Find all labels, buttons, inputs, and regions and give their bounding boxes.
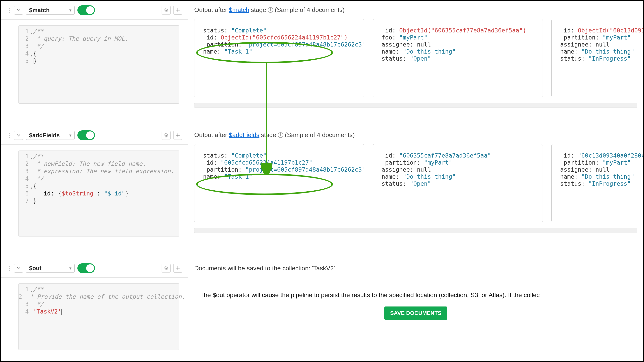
add-stage-button[interactable] (173, 264, 182, 273)
doc-field: _partition: "myPart" (382, 159, 534, 166)
add-stage-button[interactable] (173, 131, 182, 140)
code-editor[interactable]: 1▾/** 2 * newField: The new field name. … (18, 151, 179, 236)
code-line: _id: {$toString : "$_id"} (30, 190, 179, 197)
collapse-button[interactable] (14, 264, 23, 273)
document-card: _id: ObjectId("60c13d09340_partition: "m… (552, 19, 643, 97)
delete-stage-button[interactable] (162, 6, 170, 15)
doc-field: status: "InProgress" (560, 180, 643, 187)
code-line: * expression: The new field expression. (30, 168, 179, 175)
plus-icon (176, 8, 180, 12)
stage-enabled-toggle[interactable] (77, 130, 95, 140)
code-line: { (30, 50, 179, 57)
drag-handle-icon[interactable]: ⋮⋮⋮ (7, 264, 11, 272)
doc-field: _id: ObjectId("60c13d09340 (560, 27, 643, 34)
doc-field: foo: "myPart" (382, 34, 534, 41)
info-icon[interactable]: i (268, 7, 273, 13)
doc-field: name: "Do this thing" (560, 173, 643, 180)
stage-operator-select[interactable]: $addFields ▾ (26, 131, 75, 140)
stage-out: ⋮⋮⋮ $out ▾ 1▾/** 2 * Provide the name of… (1, 259, 643, 361)
code-line: */ (30, 300, 179, 308)
chevron-down-icon (17, 134, 20, 136)
stage-addfields: ⋮⋮⋮ $addFields ▾ 1▾/** 2 * newField: The… (1, 126, 643, 259)
trash-icon (164, 8, 168, 13)
output-suffix: stage (251, 6, 266, 14)
doc-field: _id: "60c13d09340a0f280410 (560, 152, 643, 159)
doc-field: _id: ObjectId("605cfcd656224a41197b1c27"… (203, 34, 356, 41)
code-line: { (30, 182, 179, 190)
caret-down-icon: ▾ (69, 133, 71, 138)
doc-field: name: "Task 1" (203, 173, 356, 180)
stage-header: ⋮⋮⋮ $addFields ▾ (1, 126, 188, 145)
delete-stage-button[interactable] (162, 264, 170, 273)
stage-header: ⋮⋮⋮ $match ▾ (1, 1, 188, 20)
output-stage-link[interactable]: $match (229, 6, 249, 14)
scroll-track[interactable] (194, 103, 637, 108)
stage-output: Documents will be saved to the collectio… (188, 259, 643, 361)
code-line: */ (30, 43, 179, 50)
code-editor[interactable]: 1▾/** 2 * query: The query in MQL. 3 */ … (18, 26, 179, 104)
stage-left: ⋮⋮⋮ $out ▾ 1▾/** 2 * Provide the name of… (1, 259, 188, 361)
doc-field: assignee: null (560, 166, 643, 173)
doc-field: status: "Complete" (203, 152, 356, 159)
code-line: */ (30, 175, 179, 182)
output-prefix: Output after (194, 6, 227, 14)
trash-icon (164, 133, 168, 138)
drag-handle-icon[interactable]: ⋮⋮⋮ (7, 7, 11, 14)
document-cards: status: "Complete"_id: "605cfcd656224a41… (188, 144, 643, 228)
doc-field: assignee: null (560, 41, 643, 48)
code-line: /** (30, 28, 179, 35)
stage-operator-label: $match (29, 7, 50, 14)
output-header: Output after $addFields stage i (Sample … (188, 126, 643, 144)
doc-field: _partition: "project=605cf897d48a48b17c6… (203, 166, 356, 173)
add-stage-button[interactable] (173, 6, 182, 15)
doc-field: status: "InProgress" (560, 55, 643, 62)
doc-field: _partition: "myPart" (560, 34, 643, 41)
doc-field: name: "Do this thing" (382, 173, 534, 180)
info-icon[interactable]: i (278, 132, 283, 138)
stage-enabled-toggle[interactable] (77, 5, 95, 15)
code-editor[interactable]: 1▾/** 2 * Provide the name of the output… (18, 283, 179, 350)
doc-field: _id: "606355caf77e8a7ad36ef5aa" (382, 152, 534, 159)
doc-field: name: "Do this thing" (382, 48, 534, 55)
drag-handle-icon[interactable]: ⋮⋮⋮ (7, 132, 11, 139)
doc-field: _partition: "myPart" (560, 159, 643, 166)
code-line: /** (30, 153, 179, 160)
output-stage-link[interactable]: $addFields (229, 131, 260, 139)
code-line: } (30, 197, 179, 205)
delete-stage-button[interactable] (162, 131, 170, 140)
scroll-track[interactable] (194, 228, 637, 233)
code-line: } (30, 57, 179, 65)
doc-field: status: "Open" (382, 180, 534, 187)
chevron-down-icon (17, 267, 20, 269)
chevron-down-icon (17, 9, 20, 11)
output-prefix: Output after (194, 131, 227, 139)
stage-operator-label: $out (29, 265, 42, 271)
output-sample: (Sample of 4 documents) (275, 6, 345, 14)
plus-icon (176, 133, 180, 137)
document-card: status: "Complete"_id: "605cfcd656224a41… (194, 144, 364, 222)
trash-icon (164, 266, 168, 271)
collapse-button[interactable] (14, 6, 23, 15)
plus-icon (176, 266, 180, 270)
stage-left: ⋮⋮⋮ $addFields ▾ 1▾/** 2 * newField: The… (1, 126, 188, 259)
doc-field: assignee: null (382, 41, 534, 48)
document-cards: status: "Complete"_id: ObjectId("605cfcd… (188, 19, 643, 103)
save-documents-button[interactable]: SAVE DOCUMENTS (384, 306, 447, 320)
document-card: _id: "606355caf77e8a7ad36ef5aa"_partitio… (373, 144, 543, 222)
doc-field: _id: ObjectId("606355caf77e8a7ad36ef5aa"… (382, 27, 534, 34)
doc-field: name: "Task 1" (203, 48, 356, 55)
doc-field: status: "Open" (382, 55, 534, 62)
doc-field: status: "Complete" (203, 27, 356, 34)
stage-enabled-toggle[interactable] (77, 263, 95, 273)
collapse-button[interactable] (14, 131, 23, 140)
code-line: /** (30, 286, 179, 293)
code-line: 'TaskV2' (30, 308, 179, 315)
stage-operator-select[interactable]: $out ▾ (26, 264, 75, 273)
out-description: The $out operator will cause the pipelin… (188, 274, 643, 306)
document-card: _id: "60c13d09340a0f280410_partition: "m… (552, 144, 643, 222)
output-sample: (Sample of 4 documents) (285, 131, 355, 139)
stage-operator-select[interactable]: $match ▾ (26, 6, 75, 15)
stage-left: ⋮⋮⋮ $match ▾ 1▾/** 2 * query: The query … (1, 1, 188, 126)
stage-header: ⋮⋮⋮ $out ▾ (1, 259, 188, 277)
caret-down-icon: ▾ (69, 266, 71, 270)
